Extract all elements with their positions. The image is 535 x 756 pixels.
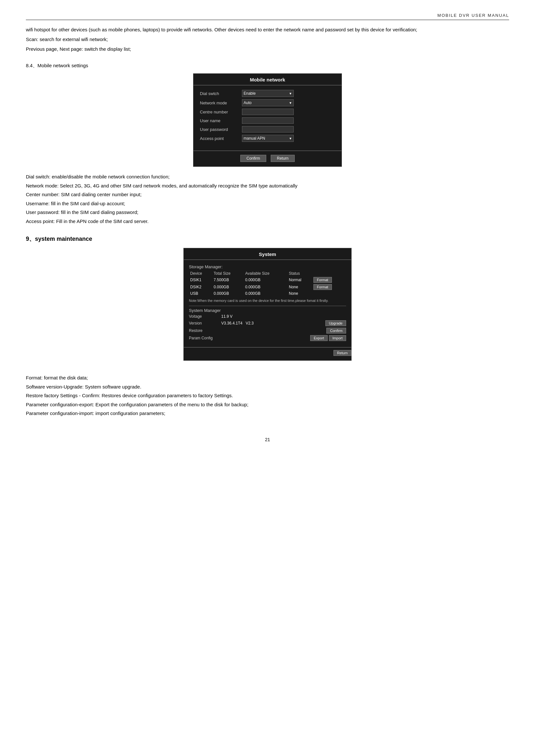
format-dsik2-button[interactable]: Format [313, 284, 332, 290]
col-available-size: Available Size [244, 271, 288, 276]
network-mode-label: Network mode [200, 100, 242, 105]
network-mode-row: Network mode Auto ▼ [200, 99, 335, 106]
system-panel-title: System [184, 248, 351, 260]
action-dsik2: Format [312, 284, 346, 290]
format-dsik1-button[interactable]: Format [313, 277, 332, 283]
storage-table: Device Total Size Available Size Status … [189, 271, 346, 296]
storage-note: Note:When the memory card is used on the… [189, 298, 346, 303]
param-config-row: Param Config Export Import [189, 335, 346, 341]
centre-number-row: Centre number [200, 109, 335, 115]
system-return-button[interactable]: Return [333, 350, 351, 356]
device-dsik2: DSIK2 [189, 284, 212, 290]
bottom-desc-block: Format: format the disk data; Software v… [26, 374, 509, 418]
device-dsik1: DSIK1 [189, 276, 212, 284]
table-row: DSIK2 0.000GB 0.000GB None Format [189, 284, 346, 290]
user-name-row: User name [200, 117, 335, 124]
section-84-title: 8.4、Mobile network settings [26, 63, 509, 69]
desc-84-line-5: User password: fill in the SIM card dial… [26, 208, 509, 217]
status-dsik2: None [288, 284, 312, 290]
desc-84-block: Dial switch: enable/disable the mobile n… [26, 173, 509, 225]
status-dsik1: Normal [288, 276, 312, 284]
intro-line-1: wifi hotspot for other devices (such as … [26, 26, 509, 34]
system-panel-footer: Return [184, 347, 351, 356]
desc-84-line-3: Center number: SIM card dialing center n… [26, 190, 509, 199]
dial-swtch-label: Dial swtch [200, 91, 242, 96]
upgrade-button[interactable]: Upgrade [325, 320, 346, 326]
status-usb: None [288, 290, 312, 296]
intro-line-2: Scan: search for external wifi network; [26, 36, 509, 43]
mobile-network-panel-body: Dial swtch Enable ▼ Network mode Auto ▼ … [193, 89, 342, 146]
system-panel: System Storage Manager: Device Total Siz… [183, 248, 352, 361]
user-password-input[interactable] [242, 126, 294, 132]
version-value: V3.36.4.1T4 V2.3 [221, 321, 324, 325]
desc-84-line-4: Username: fill in the SIM card dial-up a… [26, 200, 509, 208]
user-name-label: User name [200, 118, 242, 123]
action-dsik1: Format [312, 276, 346, 284]
bottom-desc-3: Restore factory Settings - Confirm: Rest… [26, 392, 509, 400]
version-label: Version [189, 321, 221, 325]
system-manager-label: System Manager [189, 306, 346, 313]
restore-label: Restore [189, 328, 221, 333]
device-usb: USB [189, 290, 212, 296]
voltage-label: Voitage [189, 314, 221, 319]
dial-swtch-arrow-icon: ▼ [289, 92, 292, 95]
col-action [312, 271, 346, 276]
access-point-label: Access point [200, 136, 242, 141]
version-row: Version V3.36.4.1T4 V2.3 Upgrade [189, 320, 346, 326]
total-dsik2: 0.000GB [212, 284, 244, 290]
dial-swtch-value: Enable [243, 91, 256, 96]
network-mode-select[interactable]: Auto ▼ [242, 99, 294, 106]
total-dsik1: 7.500GB [212, 276, 244, 284]
network-mode-value: Auto [243, 100, 252, 105]
param-import-button[interactable]: Import [329, 335, 346, 341]
page-header: MOBILE DVR USER MANUAL [26, 13, 509, 20]
user-password-row: User password [200, 126, 335, 132]
mobile-network-return-button[interactable]: Return [271, 155, 295, 162]
intro-block: wifi hotspot for other devices (such as … [26, 26, 509, 53]
bottom-desc-2: Software version-Upgrade: System softwar… [26, 383, 509, 391]
col-device: Device [189, 271, 212, 276]
access-point-row: Access point manual APN ▼ [200, 135, 335, 142]
bottom-desc-5: Parameter configuration-import: import c… [26, 409, 509, 418]
table-row: DSIK1 7.500GB 0.000GB Normal Format [189, 276, 346, 284]
access-point-select[interactable]: manual APN ▼ [242, 135, 294, 142]
available-dsik1: 0.000GB [244, 276, 288, 284]
system-panel-body: Storage Manager: Device Total Size Avail… [184, 263, 351, 344]
voltage-row: Voitage 11.9 V [189, 314, 346, 319]
mobile-network-panel-wrapper: Mobile network Dial swtch Enable ▼ Netwo… [26, 73, 509, 167]
page-number: 21 [26, 437, 509, 442]
col-total-size: Total Size [212, 271, 244, 276]
access-point-value: manual APN [243, 136, 265, 141]
param-config-label: Param Config [189, 336, 221, 340]
system-panel-wrapper: System Storage Manager: Device Total Siz… [26, 248, 509, 361]
bottom-desc-1: Format: format the disk data; [26, 374, 509, 382]
storage-manager-heading: Storage Manager: [189, 264, 346, 269]
user-password-label: User password [200, 127, 242, 132]
access-point-arrow-icon: ▼ [289, 137, 292, 140]
total-usb: 0.000GB [212, 290, 244, 296]
restore-confirm-button[interactable]: Confirm [326, 328, 346, 334]
available-usb: 0.000GB [244, 290, 288, 296]
user-name-input[interactable] [242, 117, 294, 124]
network-mode-arrow-icon: ▼ [289, 101, 292, 105]
centre-number-label: Centre number [200, 110, 242, 114]
intro-line-3: Previous page, Next page: switch the dis… [26, 45, 509, 53]
bottom-desc-4: Parameter configuration-export: Export t… [26, 400, 509, 409]
dial-swtch-row: Dial swtch Enable ▼ [200, 90, 335, 97]
centre-number-input[interactable] [242, 109, 294, 115]
mobile-network-confirm-button[interactable]: Confirm [240, 155, 266, 162]
mobile-network-footer: Confirm Return [193, 150, 342, 162]
mobile-network-panel-title: Mobile network [193, 74, 342, 85]
col-status: Status [288, 271, 312, 276]
restore-row: Restore Confirm [189, 328, 346, 334]
available-dsik2: 0.000GB [244, 284, 288, 290]
action-usb [312, 290, 346, 296]
desc-84-line-6: Access point: Fill in the APN code of th… [26, 217, 509, 226]
param-export-button[interactable]: Export [310, 335, 328, 341]
dial-swtch-select[interactable]: Enable ▼ [242, 90, 294, 97]
desc-84-line-1: Dial switch: enable/disable the mobile n… [26, 173, 509, 181]
desc-84-line-2: Network mode: Select 2G, 3G, 4G and othe… [26, 182, 509, 190]
voltage-value: 11.9 V [221, 314, 346, 319]
manual-title: MOBILE DVR USER MANUAL [437, 13, 509, 18]
mobile-network-panel: Mobile network Dial swtch Enable ▼ Netwo… [193, 73, 342, 167]
